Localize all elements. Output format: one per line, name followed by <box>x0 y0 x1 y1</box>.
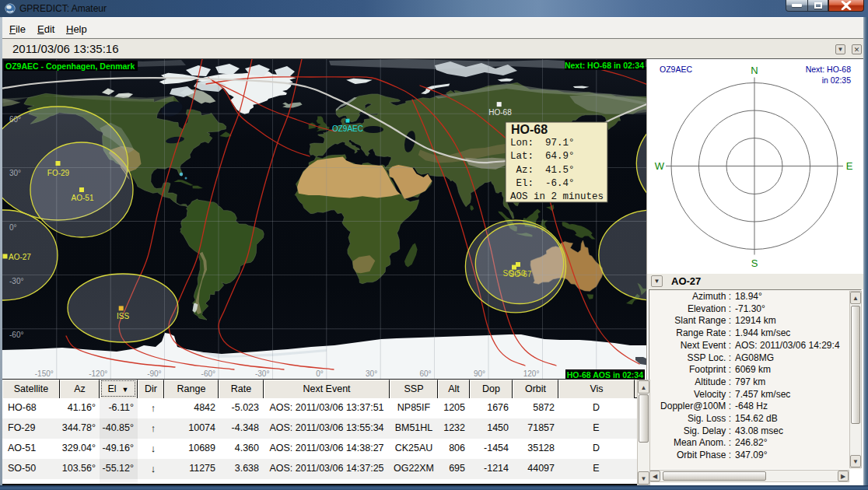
svg-text:-30°: -30° <box>9 277 23 285</box>
svg-text:Next: HO-68 in 02:34: Next: HO-68 in 02:34 <box>565 61 644 70</box>
svg-text:-150°: -150° <box>35 369 54 378</box>
svg-text:E: E <box>846 160 853 172</box>
svg-text:Next: HO-68: Next: HO-68 <box>806 65 852 74</box>
svg-text:ISS: ISS <box>117 312 129 320</box>
svg-text:S: S <box>751 257 758 269</box>
svg-text:HO-68: HO-68 <box>488 108 512 117</box>
svg-text:in 02:35: in 02:35 <box>822 75 852 85</box>
svg-text:30°: 30° <box>366 369 377 378</box>
svg-text:0°: 0° <box>316 369 324 378</box>
svg-text:OZ9AEC: OZ9AEC <box>660 65 692 74</box>
svg-text:Lon: 97.1°: Lon: 97.1° <box>510 138 575 149</box>
svg-text:90°: 90° <box>474 369 485 378</box>
svg-text:-60°: -60° <box>201 369 215 378</box>
svg-text:OZ9AEC - Copenhagen, Denmark: OZ9AEC - Copenhagen, Denmark <box>5 61 135 71</box>
svg-text:60°: 60° <box>9 115 21 124</box>
svg-text:AO-51: AO-51 <box>72 194 94 202</box>
svg-text:SO-67: SO-67 <box>509 270 532 278</box>
svg-text:-90°: -90° <box>147 369 161 378</box>
svg-text:OZ9AEC: OZ9AEC <box>332 124 363 133</box>
svg-text:HO-68 AOS in 02:34: HO-68 AOS in 02:34 <box>567 370 643 380</box>
svg-text:30°: 30° <box>9 169 21 177</box>
svg-text:120°: 120° <box>523 369 540 378</box>
svg-text:Az: 41.5°: Az: 41.5° <box>510 165 575 176</box>
svg-text:AOS in 2 minutes: AOS in 2 minutes <box>510 191 604 202</box>
svg-text:Lat: 64.9°: Lat: 64.9° <box>510 151 575 162</box>
svg-text:-30°: -30° <box>255 369 269 378</box>
svg-text:AO-27: AO-27 <box>9 253 31 261</box>
svg-text:0°: 0° <box>9 223 17 232</box>
svg-text:FO-29: FO-29 <box>47 169 70 177</box>
svg-text:-120°: -120° <box>89 369 107 378</box>
svg-text:W: W <box>655 160 665 172</box>
svg-text:N: N <box>751 65 758 76</box>
svg-text:El: -6.4°: El: -6.4° <box>510 178 575 189</box>
svg-text:60°: 60° <box>419 369 431 378</box>
svg-text:-60°: -60° <box>9 331 23 339</box>
svg-text:HO-68: HO-68 <box>511 123 548 136</box>
